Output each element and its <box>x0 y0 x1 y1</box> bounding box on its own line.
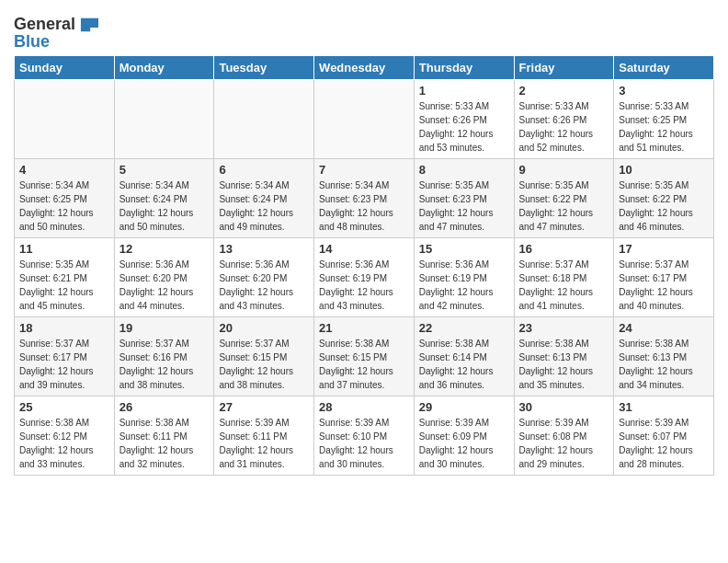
day-number: 27 <box>219 400 309 414</box>
calendar-table: SundayMondayTuesdayWednesdayThursdayFrid… <box>14 55 714 476</box>
day-number: 23 <box>519 321 609 335</box>
calendar-cell: 5Sunrise: 5:34 AM Sunset: 6:24 PM Daylig… <box>114 159 214 238</box>
day-info: Sunrise: 5:38 AM Sunset: 6:11 PM Dayligh… <box>119 416 210 471</box>
day-info: Sunrise: 5:37 AM Sunset: 6:17 PM Dayligh… <box>19 337 109 392</box>
calendar-cell <box>15 80 115 159</box>
calendar-cell: 31Sunrise: 5:39 AM Sunset: 6:07 PM Dayli… <box>614 396 714 476</box>
day-number: 10 <box>619 163 709 177</box>
weekday-header-sunday: Sunday <box>15 56 115 80</box>
day-info: Sunrise: 5:36 AM Sunset: 6:19 PM Dayligh… <box>419 258 509 313</box>
day-info: Sunrise: 5:35 AM Sunset: 6:22 PM Dayligh… <box>519 178 609 234</box>
day-number: 21 <box>319 321 409 335</box>
day-info: Sunrise: 5:38 AM Sunset: 6:13 PM Dayligh… <box>519 337 609 392</box>
day-info: Sunrise: 5:34 AM Sunset: 6:24 PM Dayligh… <box>119 178 210 234</box>
day-number: 3 <box>619 84 709 98</box>
day-info: Sunrise: 5:39 AM Sunset: 6:11 PM Dayligh… <box>219 416 309 471</box>
day-info: Sunrise: 5:37 AM Sunset: 6:16 PM Dayligh… <box>119 337 210 392</box>
day-info: Sunrise: 5:38 AM Sunset: 6:15 PM Dayligh… <box>319 337 409 392</box>
calendar-week-2: 4Sunrise: 5:34 AM Sunset: 6:25 PM Daylig… <box>15 159 714 238</box>
day-number: 30 <box>519 400 609 414</box>
calendar-cell: 2Sunrise: 5:33 AM Sunset: 6:26 PM Daylig… <box>514 80 614 159</box>
calendar-cell: 25Sunrise: 5:38 AM Sunset: 6:12 PM Dayli… <box>15 396 115 476</box>
calendar-cell: 18Sunrise: 5:37 AM Sunset: 6:17 PM Dayli… <box>15 317 115 396</box>
day-number: 17 <box>619 242 709 256</box>
calendar-cell: 22Sunrise: 5:38 AM Sunset: 6:14 PM Dayli… <box>414 317 514 396</box>
day-number: 24 <box>619 321 709 335</box>
calendar-week-1: 1Sunrise: 5:33 AM Sunset: 6:26 PM Daylig… <box>15 80 714 159</box>
calendar-cell: 17Sunrise: 5:37 AM Sunset: 6:17 PM Dayli… <box>614 238 714 317</box>
calendar-cell: 10Sunrise: 5:35 AM Sunset: 6:22 PM Dayli… <box>614 159 714 238</box>
day-number: 1 <box>419 84 509 98</box>
calendar-cell: 15Sunrise: 5:36 AM Sunset: 6:19 PM Dayli… <box>414 238 514 317</box>
calendar-cell: 1Sunrise: 5:33 AM Sunset: 6:26 PM Daylig… <box>414 80 514 159</box>
day-info: Sunrise: 5:33 AM Sunset: 6:26 PM Dayligh… <box>519 99 609 155</box>
day-number: 26 <box>119 400 210 414</box>
calendar-cell: 24Sunrise: 5:38 AM Sunset: 6:13 PM Dayli… <box>614 317 714 396</box>
day-info: Sunrise: 5:35 AM Sunset: 6:21 PM Dayligh… <box>19 258 109 313</box>
day-info: Sunrise: 5:37 AM Sunset: 6:15 PM Dayligh… <box>219 337 309 392</box>
calendar-cell: 8Sunrise: 5:35 AM Sunset: 6:23 PM Daylig… <box>414 159 514 238</box>
calendar-cell: 20Sunrise: 5:37 AM Sunset: 6:15 PM Dayli… <box>214 317 314 396</box>
calendar-cell: 30Sunrise: 5:39 AM Sunset: 6:08 PM Dayli… <box>514 396 614 476</box>
day-number: 13 <box>219 242 309 256</box>
weekday-header-saturday: Saturday <box>614 56 714 80</box>
calendar-cell: 19Sunrise: 5:37 AM Sunset: 6:16 PM Dayli… <box>114 317 214 396</box>
day-number: 4 <box>19 163 109 177</box>
calendar-week-4: 18Sunrise: 5:37 AM Sunset: 6:17 PM Dayli… <box>15 317 714 396</box>
day-info: Sunrise: 5:38 AM Sunset: 6:13 PM Dayligh… <box>619 337 709 392</box>
day-number: 19 <box>119 321 210 335</box>
day-number: 25 <box>19 400 109 414</box>
calendar-cell: 13Sunrise: 5:36 AM Sunset: 6:20 PM Dayli… <box>214 238 314 317</box>
day-number: 6 <box>219 163 309 177</box>
day-number: 22 <box>419 321 509 335</box>
weekday-header-friday: Friday <box>514 56 614 80</box>
day-number: 11 <box>19 242 109 256</box>
day-number: 8 <box>419 163 509 177</box>
day-info: Sunrise: 5:36 AM Sunset: 6:20 PM Dayligh… <box>219 258 309 313</box>
day-info: Sunrise: 5:36 AM Sunset: 6:19 PM Dayligh… <box>319 258 409 313</box>
day-info: Sunrise: 5:39 AM Sunset: 6:09 PM Dayligh… <box>419 416 509 471</box>
day-info: Sunrise: 5:39 AM Sunset: 6:08 PM Dayligh… <box>519 416 609 471</box>
calendar-cell <box>214 80 314 159</box>
page-header: General Blue <box>14 9 714 52</box>
day-number: 16 <box>519 242 609 256</box>
day-info: Sunrise: 5:34 AM Sunset: 6:24 PM Dayligh… <box>219 178 309 234</box>
calendar-cell: 14Sunrise: 5:36 AM Sunset: 6:19 PM Dayli… <box>314 238 415 317</box>
weekday-header-row: SundayMondayTuesdayWednesdayThursdayFrid… <box>15 56 714 80</box>
day-number: 5 <box>119 163 210 177</box>
weekday-header-tuesday: Tuesday <box>214 56 314 80</box>
calendar-cell: 23Sunrise: 5:38 AM Sunset: 6:13 PM Dayli… <box>514 317 614 396</box>
day-info: Sunrise: 5:39 AM Sunset: 6:07 PM Dayligh… <box>619 416 709 471</box>
calendar-cell: 29Sunrise: 5:39 AM Sunset: 6:09 PM Dayli… <box>414 396 514 476</box>
day-info: Sunrise: 5:39 AM Sunset: 6:10 PM Dayligh… <box>319 416 409 471</box>
day-info: Sunrise: 5:37 AM Sunset: 6:17 PM Dayligh… <box>619 258 709 313</box>
weekday-header-thursday: Thursday <box>414 56 514 80</box>
calendar-cell: 16Sunrise: 5:37 AM Sunset: 6:18 PM Dayli… <box>514 238 614 317</box>
day-info: Sunrise: 5:35 AM Sunset: 6:23 PM Dayligh… <box>419 178 509 234</box>
day-info: Sunrise: 5:37 AM Sunset: 6:18 PM Dayligh… <box>519 258 609 313</box>
day-number: 2 <box>519 84 609 98</box>
calendar-cell: 28Sunrise: 5:39 AM Sunset: 6:10 PM Dayli… <box>314 396 415 476</box>
svg-marker-0 <box>81 17 98 31</box>
day-number: 20 <box>219 321 309 335</box>
day-info: Sunrise: 5:36 AM Sunset: 6:20 PM Dayligh… <box>119 258 210 313</box>
day-info: Sunrise: 5:33 AM Sunset: 6:25 PM Dayligh… <box>619 99 709 155</box>
calendar-cell: 21Sunrise: 5:38 AM Sunset: 6:15 PM Dayli… <box>314 317 415 396</box>
day-number: 9 <box>519 163 609 177</box>
day-number: 28 <box>319 400 409 414</box>
calendar-cell <box>114 80 214 159</box>
calendar-cell: 4Sunrise: 5:34 AM Sunset: 6:25 PM Daylig… <box>15 159 115 238</box>
day-info: Sunrise: 5:34 AM Sunset: 6:23 PM Dayligh… <box>319 178 409 234</box>
calendar-cell: 26Sunrise: 5:38 AM Sunset: 6:11 PM Dayli… <box>114 396 214 476</box>
weekday-header-monday: Monday <box>114 56 214 80</box>
day-number: 18 <box>19 321 109 335</box>
calendar-week-5: 25Sunrise: 5:38 AM Sunset: 6:12 PM Dayli… <box>15 396 714 476</box>
day-info: Sunrise: 5:33 AM Sunset: 6:26 PM Dayligh… <box>419 99 509 155</box>
calendar-cell: 7Sunrise: 5:34 AM Sunset: 6:23 PM Daylig… <box>314 159 415 238</box>
calendar-cell: 9Sunrise: 5:35 AM Sunset: 6:22 PM Daylig… <box>514 159 614 238</box>
day-number: 15 <box>419 242 509 256</box>
calendar-cell <box>314 80 415 159</box>
calendar-cell: 3Sunrise: 5:33 AM Sunset: 6:25 PM Daylig… <box>614 80 714 159</box>
day-number: 7 <box>319 163 409 177</box>
weekday-header-wednesday: Wednesday <box>314 56 415 80</box>
